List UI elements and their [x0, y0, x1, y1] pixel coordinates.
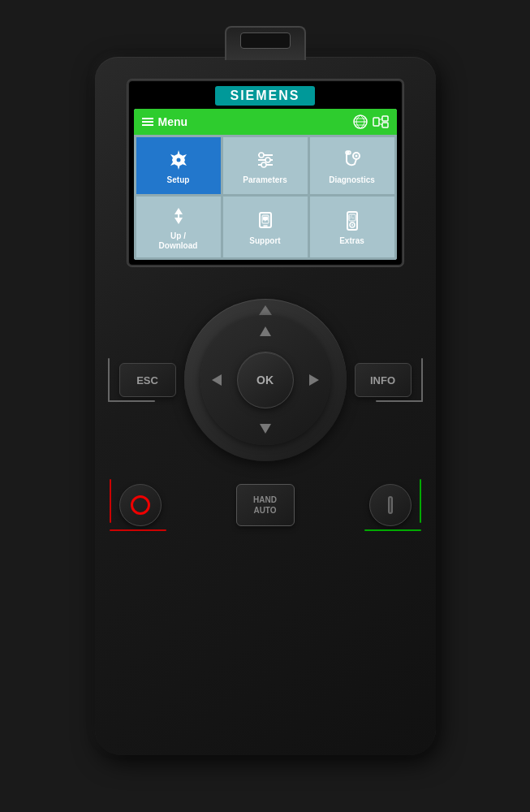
upload-download-icon [167, 205, 190, 227]
ok-button[interactable]: OK [237, 352, 294, 408]
bottom-buttons-row: HANDAUTO [119, 484, 412, 526]
menu-item-setup[interactable]: Setup [136, 137, 221, 194]
diagnostics-icon [341, 149, 364, 171]
menu-bar-left: Menu [142, 115, 188, 128]
svg-rect-5 [382, 116, 388, 121]
menu-item-up-download[interactable]: Up /Download [136, 197, 221, 257]
setup-gear-icon [167, 149, 190, 171]
menu-item-up-download-label: Up /Download [159, 231, 198, 251]
stop-icon [131, 495, 150, 515]
device-wrapper: SIEMENS Menu [62, 32, 468, 780]
menu-item-extras[interactable]: Extras [310, 197, 394, 257]
connection-icon [373, 114, 389, 129]
right-arrow-icon [309, 374, 319, 386]
menu-item-diagnostics[interactable]: Diagnostics [310, 137, 394, 194]
up-arrow-button[interactable] [253, 322, 278, 341]
ok-label: OK [256, 374, 274, 387]
menu-bar-right [353, 114, 389, 129]
down-arrow-button[interactable] [253, 419, 278, 438]
stop-button-wrapper [119, 484, 162, 526]
svg-point-15 [259, 153, 264, 158]
hand-auto-label: HANDAUTO [253, 495, 277, 516]
siemens-logo-bg: SIEMENS [215, 86, 314, 106]
left-arrow-button[interactable] [207, 368, 226, 392]
menu-item-diagnostics-label: Diagnostics [329, 175, 375, 185]
menu-grid: Setup Parameters [134, 135, 397, 260]
esc-label: ESC [136, 374, 158, 387]
dpad-nav: OK [200, 315, 330, 445]
dpad-area: OK [184, 299, 347, 461]
right-arrow-button[interactable] [304, 368, 324, 392]
menu-item-parameters-label: Parameters [243, 175, 287, 185]
start-button[interactable] [369, 484, 412, 526]
menu-item-parameters[interactable]: Parameters [223, 137, 308, 194]
start-icon [388, 496, 393, 514]
svg-rect-26 [263, 217, 268, 220]
svg-point-11 [176, 158, 180, 162]
svg-rect-4 [373, 118, 379, 126]
network-status-icon [353, 114, 368, 129]
left-arrow-icon [212, 374, 222, 386]
screen: Menu [134, 109, 397, 260]
top-connector [225, 26, 306, 60]
siemens-logo: SIEMENS [134, 86, 397, 106]
controls: ESC [119, 286, 412, 526]
menu-item-support[interactable]: Support [223, 197, 308, 257]
menu-item-extras-label: Extras [339, 236, 364, 246]
svg-point-19 [355, 154, 357, 157]
svg-point-30 [351, 224, 353, 226]
menu-title: Menu [158, 115, 188, 128]
menu-item-setup-label: Setup [167, 175, 190, 185]
info-label: INFO [370, 374, 395, 387]
menu-bar: Menu [134, 109, 397, 135]
screen-container: SIEMENS Menu [127, 80, 403, 266]
info-button[interactable]: INFO [355, 363, 412, 397]
svg-rect-6 [382, 123, 388, 127]
parameters-icon [254, 149, 277, 171]
up-arrow-icon [260, 326, 271, 336]
hand-auto-button[interactable]: HANDAUTO [236, 484, 295, 526]
support-icon [254, 209, 277, 232]
down-arrow-icon [260, 424, 271, 434]
menu-item-support-label: Support [249, 236, 280, 246]
svg-point-16 [265, 158, 270, 162]
stop-button[interactable] [119, 484, 162, 526]
device-body: SIEMENS Menu [95, 57, 436, 755]
esc-button[interactable]: ESC [119, 363, 176, 397]
extras-icon [341, 209, 364, 232]
start-button-wrapper [369, 484, 412, 526]
siemens-logo-text: SIEMENS [230, 89, 299, 102]
hamburger-menu-icon[interactable] [142, 118, 153, 126]
svg-point-17 [261, 162, 266, 167]
